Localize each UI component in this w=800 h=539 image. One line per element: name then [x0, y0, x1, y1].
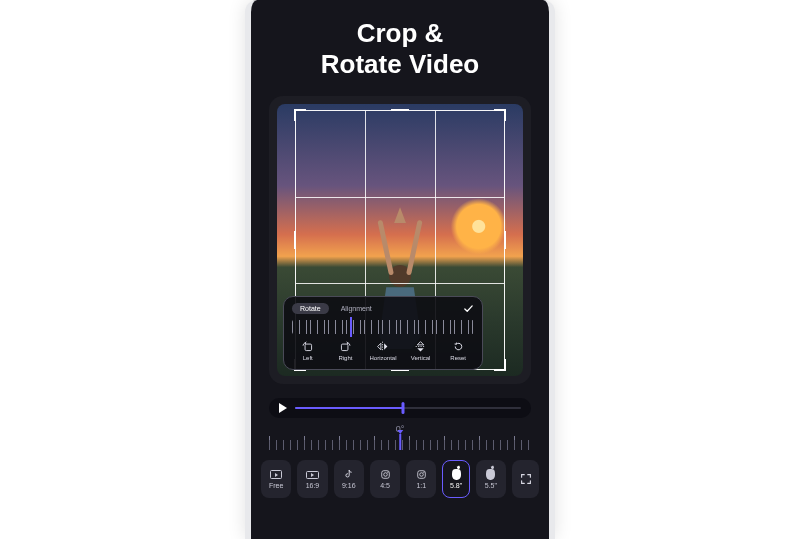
crop-handle-ml[interactable]	[294, 231, 298, 249]
ratio-9-16[interactable]: 9:16	[334, 460, 364, 498]
tool-label: Vertical	[411, 355, 431, 361]
ratio-5-5-inch[interactable]: 5.5"	[476, 460, 506, 498]
ratio-free[interactable]: Free	[261, 460, 291, 498]
rotate-left-icon	[301, 340, 314, 353]
svg-point-3	[383, 473, 387, 477]
title-line-2: Rotate Video	[321, 49, 479, 79]
reset-icon	[452, 340, 465, 353]
tab-alignment[interactable]: Alignment	[333, 303, 380, 314]
play-button[interactable]	[279, 403, 287, 413]
ratio-label: 16:9	[306, 482, 320, 489]
tool-label: Right	[338, 355, 352, 361]
ratio-4-5[interactable]: 4:5	[370, 460, 400, 498]
crop-handle-mt[interactable]	[391, 109, 409, 113]
ratio-1-1[interactable]: 1:1	[406, 460, 436, 498]
play-box-icon	[306, 470, 319, 480]
check-icon	[463, 303, 474, 314]
fullscreen-icon	[519, 472, 533, 486]
ratio-label: 1:1	[416, 482, 426, 489]
svg-point-7	[423, 472, 424, 473]
phone-frame: Crop & Rotate Video Rotat	[245, 0, 555, 539]
angle-ruler[interactable]: 0°	[269, 428, 531, 452]
angle-cursor[interactable]	[399, 434, 401, 450]
ratio-label: 5.5"	[485, 482, 497, 489]
svg-rect-0	[305, 344, 312, 351]
ratio-label: 5.8"	[450, 482, 462, 489]
seek-knob[interactable]	[402, 402, 405, 414]
rotate-left-button[interactable]: Left	[292, 340, 324, 361]
aspect-ratio-bar: Free 16:9 9:16 4:5 1:1 5.8"	[261, 460, 539, 498]
ratio-label: 4:5	[380, 482, 390, 489]
crop-handle-br[interactable]	[494, 359, 506, 371]
flip-vertical-button[interactable]: Vertical	[405, 340, 437, 361]
title-line-1: Crop &	[357, 18, 444, 48]
flip-horizontal-button[interactable]: Horizontal	[367, 340, 399, 361]
svg-point-4	[387, 472, 388, 473]
confirm-button[interactable]	[463, 303, 474, 314]
reset-button[interactable]: Reset	[442, 340, 474, 361]
tool-label: Reset	[450, 355, 466, 361]
svg-rect-1	[341, 344, 348, 351]
page-title: Crop & Rotate Video	[251, 0, 549, 92]
seek-track[interactable]	[295, 407, 521, 409]
ratio-label: Free	[269, 482, 283, 489]
seek-fill	[295, 407, 403, 409]
svg-point-6	[420, 473, 424, 477]
tiktok-icon	[342, 470, 355, 480]
tab-rotate[interactable]: Rotate	[292, 303, 329, 314]
crop-handle-mr[interactable]	[502, 231, 506, 249]
apple-icon	[484, 470, 497, 480]
tool-label: Horizontal	[369, 355, 396, 361]
apple-icon	[450, 470, 463, 480]
instagram-icon	[415, 470, 428, 480]
fullscreen-button[interactable]	[512, 460, 539, 498]
playback-bar	[269, 398, 531, 418]
flip-vertical-icon	[414, 340, 427, 353]
flip-horizontal-icon	[376, 340, 389, 353]
ratio-5-8-inch[interactable]: 5.8"	[442, 460, 469, 498]
play-box-icon	[270, 470, 283, 480]
instagram-icon	[379, 470, 392, 480]
tool-label: Left	[303, 355, 313, 361]
crop-handle-tl[interactable]	[294, 109, 306, 121]
rotate-right-icon	[339, 340, 352, 353]
crop-handle-tr[interactable]	[494, 109, 506, 121]
rotate-panel: Rotate Alignment Left Rig	[283, 296, 483, 370]
ratio-16-9[interactable]: 16:9	[297, 460, 327, 498]
video-canvas: Rotate Alignment Left Rig	[269, 96, 531, 384]
ratio-label: 9:16	[342, 482, 356, 489]
rotate-right-button[interactable]: Right	[330, 340, 362, 361]
fine-angle-ruler[interactable]	[292, 320, 474, 334]
